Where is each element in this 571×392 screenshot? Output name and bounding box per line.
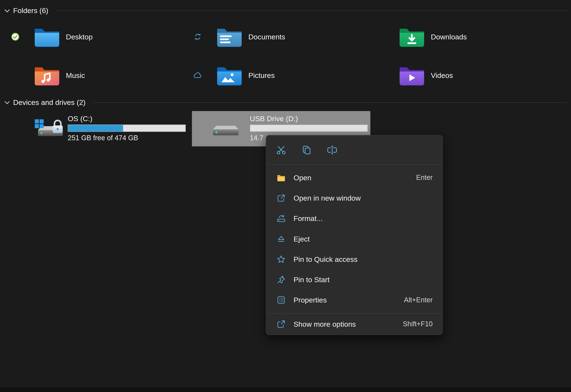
menu-item-shortcut: Shift+F10 — [403, 320, 432, 328]
folder-label: Music — [66, 71, 85, 80]
menu-item-label: Open — [294, 173, 311, 182]
menu-item-shortcut: Enter — [416, 174, 432, 182]
file-explorer-content: Folders (6) Desktop — [0, 0, 571, 392]
context-menu: Open Enter Open in new window — [266, 135, 443, 335]
videos-folder-icon — [399, 65, 425, 86]
section-divider — [93, 102, 567, 103]
show-more-options-icon — [276, 320, 286, 329]
folders-group-header: Folders (6) — [4, 6, 567, 15]
folder-label: Documents — [248, 32, 285, 41]
downloads-folder-icon — [399, 26, 425, 47]
drive-usage-bar — [250, 125, 368, 132]
context-menu-quick-actions — [266, 136, 442, 164]
copy-icon — [301, 144, 312, 155]
drive-tile-os-c[interactable]: OS (C:) 251 GB free of 474 GB — [32, 111, 189, 146]
pin-icon — [276, 275, 286, 284]
folder-tile-pictures[interactable]: Pictures — [216, 61, 275, 89]
folder-label: Videos — [431, 71, 453, 80]
context-menu-items: Open Enter Open in new window — [266, 165, 442, 313]
menu-item-label: Pin to Start — [294, 276, 329, 284]
folders-section-label: Folders (6) — [13, 6, 48, 15]
drive-name: USB Drive (D:) — [250, 114, 368, 123]
drive-usage-bar — [68, 125, 186, 132]
format-drive-icon — [276, 214, 286, 223]
open-new-window-icon — [276, 193, 286, 203]
drive-free-space: 251 GB free of 474 GB — [68, 134, 186, 142]
folder-tile-downloads[interactable]: Downloads — [399, 23, 467, 51]
usb-drive-icon — [192, 111, 250, 146]
sync-complete-icon — [11, 32, 20, 41]
chevron-down-icon[interactable] — [4, 8, 10, 13]
star-icon — [276, 254, 286, 264]
eject-icon — [276, 234, 286, 244]
menu-item-open[interactable]: Open Enter — [266, 168, 442, 188]
onedrive-cloud-icon — [193, 71, 202, 80]
documents-folder-icon — [216, 26, 243, 47]
pictures-folder-icon — [216, 65, 243, 86]
menu-item-label: Properties — [294, 296, 327, 304]
rename-button[interactable] — [322, 140, 343, 159]
folder-tile-documents[interactable]: Documents — [216, 23, 285, 51]
menu-item-eject[interactable]: Eject — [266, 229, 442, 249]
menu-item-label: Pin to Quick access — [294, 255, 357, 263]
devices-section-label: Devices and drives (2) — [13, 98, 86, 106]
cut-button[interactable] — [271, 140, 292, 159]
chevron-down-icon[interactable] — [4, 100, 10, 105]
menu-item-pin-to-quick-access[interactable]: Pin to Quick access — [266, 249, 442, 269]
drive-name: OS (C:) — [68, 114, 186, 123]
window-bottom-edge — [0, 387, 571, 392]
menu-item-shortcut: Alt+Enter — [404, 296, 433, 304]
rename-icon — [327, 144, 338, 155]
desktop-folder-icon — [33, 26, 60, 47]
menu-item-label: Format... — [294, 214, 323, 223]
folder-label: Desktop — [66, 32, 93, 41]
menu-item-open-in-new-window[interactable]: Open in new window — [266, 188, 442, 208]
folder-label: Downloads — [431, 32, 467, 41]
drive-usage-fill — [68, 125, 123, 131]
menu-item-properties[interactable]: Properties Alt+Enter — [266, 290, 442, 310]
devices-group-header: Devices and drives (2) — [4, 98, 567, 107]
menu-item-pin-to-start[interactable]: Pin to Start — [266, 269, 442, 290]
menu-item-label: Show more options — [294, 320, 356, 328]
copy-button[interactable] — [296, 140, 317, 159]
folder-tile-videos[interactable]: Videos — [399, 61, 453, 89]
menu-item-label: Open in new window — [294, 194, 361, 202]
menu-item-format[interactable]: Format... — [266, 208, 442, 229]
folder-tile-music[interactable]: Music — [33, 61, 85, 89]
music-folder-icon — [33, 65, 60, 86]
menu-item-show-more-options[interactable]: Show more options Shift+F10 — [266, 313, 442, 335]
open-folder-icon — [276, 173, 286, 182]
section-divider — [56, 10, 567, 11]
menu-item-label: Eject — [294, 235, 310, 243]
folder-label: Pictures — [248, 71, 275, 80]
cut-icon — [276, 144, 287, 155]
sync-progress-icon — [193, 32, 202, 41]
properties-icon — [276, 295, 286, 305]
os-drive-icon — [32, 111, 68, 146]
folder-tile-desktop[interactable]: Desktop — [33, 23, 92, 51]
